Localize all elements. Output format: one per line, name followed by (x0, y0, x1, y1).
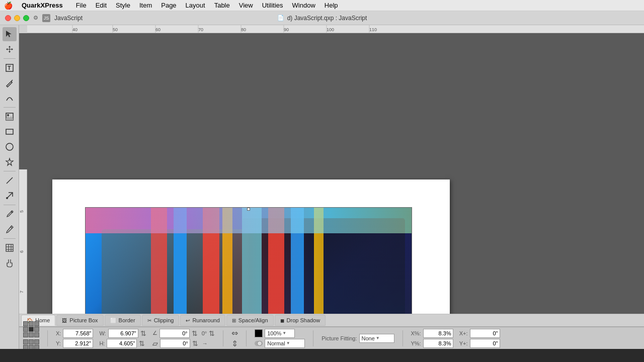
menu-style[interactable]: Style (112, 1, 134, 10)
maximize-button[interactable] (23, 15, 29, 21)
text-tool[interactable]: T (3, 61, 17, 75)
title-bar: ⚙ JS JavaScript 📄 d) JavaScript.qxp : Ja… (0, 11, 644, 25)
menu-window[interactable]: Window (288, 1, 319, 10)
menu-layout[interactable]: Layout (182, 1, 209, 10)
move-tool[interactable] (3, 42, 17, 56)
tab-border[interactable]: ⬜ Border (105, 315, 141, 326)
w-input[interactable] (108, 329, 138, 338)
ref-dot-tl[interactable] (23, 321, 28, 326)
chevron-down-icon: ▼ (282, 331, 286, 335)
tab-runaround[interactable]: ↩ Runaround (180, 315, 225, 326)
line-tool[interactable] (3, 173, 17, 188)
ref-dot-tr[interactable] (34, 321, 39, 326)
y-label: Y: (56, 340, 61, 346)
flip-v-icon[interactable]: ⇕ (231, 339, 238, 348)
picture-fitting-field: Picture Fitting: None ▼ (321, 334, 394, 343)
ypct-input[interactable] (423, 339, 453, 348)
border-icon: ⬜ (110, 318, 116, 323)
pen-tool[interactable] (3, 76, 17, 90)
status-bar: X: Y: W: ⇅ H: ⇅ (19, 327, 644, 349)
main-layout: T (0, 25, 644, 349)
ref-point-grid-2[interactable] (23, 339, 39, 349)
eyedropper-tool[interactable] (3, 207, 17, 221)
menu-file[interactable]: File (72, 1, 91, 10)
link-tool[interactable] (3, 189, 17, 203)
drop-shadow-icon: ◼ (280, 318, 284, 323)
skew2-stepper[interactable]: ⇅ (192, 339, 198, 347)
svg-text:90: 90 (284, 27, 289, 32)
tab-picture-box[interactable]: 🖼 Picture Box (56, 315, 103, 326)
menu-edit[interactable]: Edit (92, 1, 111, 10)
svg-text:5: 5 (19, 210, 24, 213)
ruler-corner (19, 25, 27, 33)
x-input[interactable] (63, 329, 93, 338)
picture-box[interactable] (85, 207, 412, 314)
flip-h-icon[interactable]: ⇔ (231, 328, 238, 338)
hand-tool[interactable] (3, 256, 17, 270)
w-stepper[interactable]: ⇅ (140, 329, 146, 337)
menu-table[interactable]: Table (210, 1, 234, 10)
ypct-label: Y%: (411, 340, 421, 346)
y-input[interactable] (63, 339, 93, 348)
h-label: H: (99, 340, 105, 346)
angle-stepper[interactable]: ⇅ (192, 329, 198, 337)
yoff-input[interactable] (470, 339, 500, 348)
traffic-lights (5, 15, 29, 21)
image-tool[interactable] (3, 110, 17, 124)
ref-dot-bc[interactable] (29, 332, 34, 337)
menu-help[interactable]: Help (320, 1, 342, 10)
oval-tool[interactable] (3, 140, 17, 154)
h-input[interactable] (107, 339, 137, 348)
handle-top[interactable] (247, 208, 250, 211)
canvas-inner[interactable]: Box Position Reference Point (27, 169, 644, 314)
menu-bar: 🍎 QuarkXPress File Edit Style Item Page … (0, 0, 644, 11)
ref-dot-bl[interactable] (23, 332, 28, 337)
h-stepper[interactable]: ⇅ (139, 339, 145, 347)
color-swatch[interactable] (255, 329, 263, 337)
ref-dot-mc[interactable] (29, 327, 34, 332)
menu-view[interactable]: View (235, 1, 257, 10)
rect-tool[interactable] (3, 125, 17, 139)
svg-marker-9 (6, 158, 13, 165)
angle-input[interactable] (159, 329, 190, 338)
menu-quarkxpress[interactable]: QuarkXPress (18, 1, 67, 10)
minimize-button[interactable] (14, 15, 20, 21)
ref-dot-tc[interactable] (29, 321, 34, 326)
skew-input[interactable] (160, 339, 190, 348)
ref-point-grid[interactable] (23, 321, 39, 337)
skew-stepper[interactable]: ⇅ (209, 329, 215, 337)
opacity-dropdown[interactable]: 100% ▼ (265, 329, 295, 338)
ref-dot-ml[interactable] (23, 327, 28, 332)
apple-logo[interactable]: 🍎 (4, 2, 13, 10)
xoff-input[interactable] (470, 329, 500, 338)
svg-text:70: 70 (198, 27, 203, 32)
svg-marker-6 (6, 116, 13, 120)
angle-field: ∠ ⇅ 0° ⇅ (152, 329, 215, 338)
picture-fitting-dropdown[interactable]: None ▼ (359, 334, 394, 343)
canvas-with-ruler: 40 50 60 70 80 90 100 110 (19, 25, 644, 169)
ref-dot-br[interactable] (34, 332, 39, 337)
svg-text:80: 80 (241, 27, 246, 32)
star-tool[interactable] (3, 155, 17, 169)
ref-dot-mr[interactable] (34, 327, 39, 332)
bezier-tool[interactable] (3, 91, 17, 105)
picture-fitting-label: Picture Fitting: (321, 335, 357, 341)
close-button[interactable] (5, 15, 11, 21)
w-label: W: (99, 330, 106, 336)
tab-drop-shadow[interactable]: ◼ Drop Shadow (275, 315, 326, 326)
xpct-field: X%: (411, 329, 453, 338)
menu-page[interactable]: Page (157, 1, 180, 10)
mural-image (86, 208, 412, 314)
select-tool[interactable] (3, 27, 17, 41)
menu-item[interactable]: Item (135, 1, 156, 10)
table-tool[interactable] (3, 241, 17, 255)
left-toolbar: T (0, 25, 19, 349)
tab-clipping[interactable]: ✂ Clipping (142, 315, 180, 326)
y-field: Y: (56, 339, 93, 348)
blend-mode-dropdown[interactable]: Normal ▼ (265, 339, 305, 348)
paint-tool[interactable] (3, 222, 17, 236)
xpct-input[interactable] (423, 329, 453, 338)
menu-utilities[interactable]: Utilities (258, 1, 287, 10)
tab-space-align[interactable]: ⊞ Space/Align (226, 315, 274, 326)
toggle-switch[interactable] (255, 341, 263, 346)
